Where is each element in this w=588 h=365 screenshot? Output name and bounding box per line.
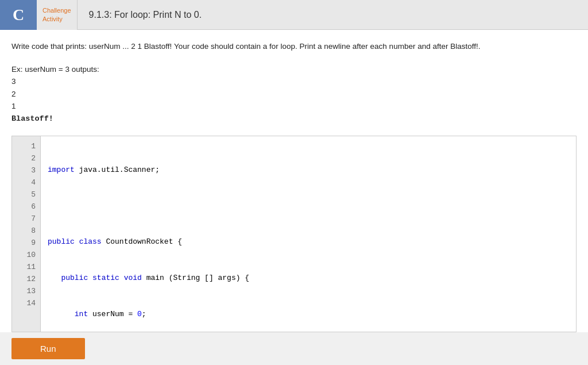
logo: C (0, 0, 37, 30)
code-line-4: public static void main (String [] args)… (48, 272, 569, 285)
example-label: Ex: userNum = 3 outputs: (11, 63, 577, 76)
line-numbers: 1 2 3 4 5 6 7 8 9 10 11 12 13 14 (12, 136, 41, 332)
ln-1: 1 (12, 141, 40, 153)
code-content[interactable]: import java.util.Scanner; public class C… (41, 136, 576, 332)
ln-3: 3 (12, 165, 40, 177)
ln-7: 7 (12, 213, 40, 225)
code-line-2 (48, 201, 569, 213)
code-editor[interactable]: 1 2 3 4 5 6 7 8 9 10 11 12 13 14 import … (12, 136, 576, 332)
code-line-5: int userNum = 0; (48, 309, 569, 321)
ln-11: 11 (12, 262, 40, 274)
ln-4: 4 (12, 177, 40, 189)
ln-14: 14 (12, 298, 40, 310)
logo-letter: C (13, 6, 24, 24)
example-output: Ex: userNum = 3 outputs: 3 2 1 Blastoff! (0, 59, 588, 136)
header: C Challenge Activity 9.1.3: For loop: Pr… (0, 0, 588, 30)
main-content: Write code that prints: userNum ... 2 1 … (0, 30, 588, 365)
challenge-line1: Challenge (42, 6, 71, 14)
ln-12: 12 (12, 274, 40, 286)
code-line-1: import java.util.Scanner; (48, 164, 569, 176)
challenge-line2: Activity (42, 15, 71, 23)
ln-8: 8 (12, 225, 40, 237)
ln-10: 10 (12, 249, 40, 262)
ln-6: 6 (12, 201, 40, 213)
ln-5: 5 (12, 189, 40, 201)
ln-13: 13 (12, 286, 40, 298)
page-title: 9.1.3: For loop: Print N to 0. (78, 10, 214, 20)
run-button[interactable]: Run (11, 338, 85, 359)
problem-description: Write code that prints: userNum ... 2 1 … (0, 30, 588, 59)
ln-2: 2 (12, 153, 40, 165)
example-line-blastoff: Blastoff! (11, 113, 577, 125)
example-line-2: 2 (11, 88, 577, 101)
ln-9: 9 (12, 237, 40, 249)
bottom-bar: Run (0, 332, 588, 365)
code-line-3: public class CountdownRocket { (48, 236, 569, 248)
example-line-3: 3 (11, 75, 577, 88)
code-editor-wrapper: 1 2 3 4 5 6 7 8 9 10 11 12 13 14 import … (11, 136, 577, 332)
challenge-label: Challenge Activity (37, 0, 78, 30)
example-line-1: 1 (11, 100, 577, 113)
